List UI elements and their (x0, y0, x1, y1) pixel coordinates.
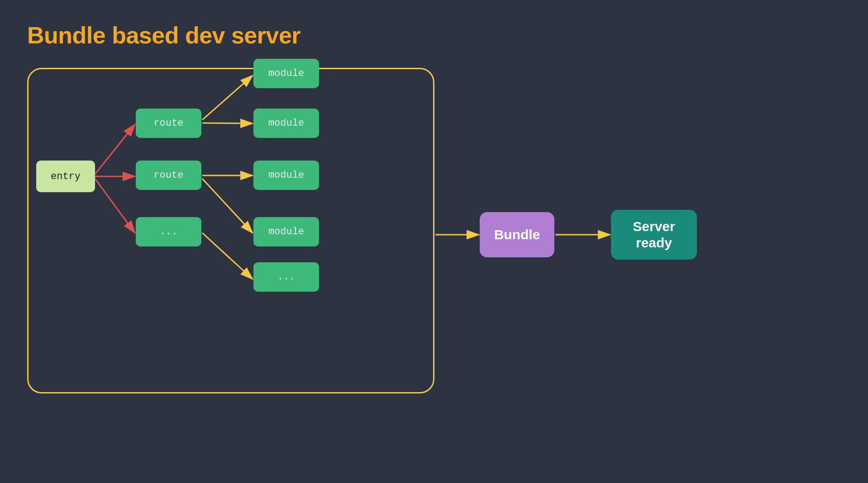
module2-node: module (253, 109, 319, 138)
entry-node: entry (36, 161, 95, 192)
module1-node: module (253, 59, 319, 88)
server-ready-node: Serverready (611, 210, 697, 260)
module4-node: module (253, 217, 319, 246)
route2-node: route (136, 161, 201, 190)
module5-node: ... (253, 262, 319, 292)
bundle-node: Bundle (480, 212, 554, 257)
route3-node: ... (136, 217, 201, 246)
route1-node: route (136, 109, 201, 138)
bundle-boundary-box (27, 68, 434, 393)
page-title: Bundle based dev server (27, 22, 300, 49)
module3-node: module (253, 161, 319, 190)
